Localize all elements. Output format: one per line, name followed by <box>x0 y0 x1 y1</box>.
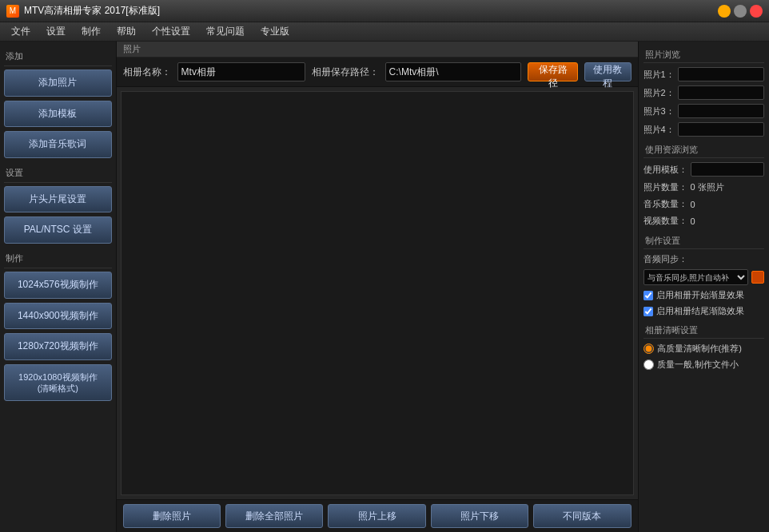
photo-3-input[interactable] <box>678 104 764 118</box>
photo-down-button[interactable]: 照片下移 <box>431 504 528 528</box>
photo-1-label: 照片1： <box>643 69 675 81</box>
radio-low-quality-row: 质量一般,制作文件小 <box>643 359 764 370</box>
produce-section-title: 制作 <box>4 248 112 268</box>
menu-bar: 文件设置制作帮助个性设置常见问题专业版 <box>0 22 769 42</box>
photo-1-input[interactable] <box>678 67 764 81</box>
music-count-value: 0 <box>691 200 695 209</box>
add-section-title: 添加 <box>4 46 112 66</box>
menu-item-制作[interactable]: 制作 <box>74 23 109 40</box>
photo-4-input[interactable] <box>678 122 764 137</box>
header-footer-button[interactable]: 片头片尾设置 <box>4 186 112 213</box>
delete-photo-button[interactable]: 删除照片 <box>123 504 221 528</box>
low-quality-radio[interactable] <box>643 359 654 370</box>
menu-item-专业版[interactable]: 专业版 <box>253 23 297 40</box>
audio-sync-dropdown[interactable]: 与音乐同步,照片自动补 <box>643 269 748 285</box>
window-controls <box>718 5 763 18</box>
maximize-button[interactable] <box>734 5 747 18</box>
audio-sync-value-row: 与音乐同步,照片自动补 <box>643 269 764 285</box>
center-content: 照片 相册名称： 相册保存路径： 保存路径 使用教程 删除照片 删除全部照片 照… <box>117 42 638 532</box>
different-version-button[interactable]: 不同版本 <box>533 504 631 528</box>
sidebar: 添加 添加照片 添加模板 添加音乐歌词 设置 片头片尾设置 PAL/NTSC 设… <box>0 42 117 532</box>
high-quality-radio[interactable] <box>643 343 654 354</box>
delete-all-photos-button[interactable]: 删除全部照片 <box>225 504 323 528</box>
music-count-row: 音乐数量： 0 <box>643 198 764 210</box>
photo-row-2: 照片2： <box>643 85 764 100</box>
use-template-input[interactable] <box>691 162 764 177</box>
audio-sync-label: 音频同步： <box>643 253 687 265</box>
app-title: MTV高清相册专家 2017[标准版] <box>24 4 718 18</box>
produce-1440-button[interactable]: 1440x900视频制作 <box>4 303 112 330</box>
menu-item-个性设置[interactable]: 个性设置 <box>144 23 198 40</box>
audio-sync-color-btn[interactable] <box>751 271 764 284</box>
app-icon: M <box>6 5 19 18</box>
produce-settings-title: 制作设置 <box>643 232 764 249</box>
checkbox-fade-out-row: 启用相册结尾渐隐效果 <box>643 305 764 317</box>
photo-4-label: 照片4： <box>643 124 675 136</box>
title-bar: M MTV高清相册专家 2017[标准版] <box>0 0 769 22</box>
checkbox-fade-in-row: 启用相册开始渐显效果 <box>643 289 764 301</box>
radio-high-quality-row: 高质量清晰制作(推荐) <box>643 343 764 354</box>
produce-1024-button[interactable]: 1024x576视频制作 <box>4 272 112 299</box>
add-music-button[interactable]: 添加音乐歌词 <box>4 131 112 158</box>
app-icon-text: M <box>10 6 16 15</box>
main-layout: 添加 添加照片 添加模板 添加音乐歌词 设置 片头片尾设置 PAL/NTSC 设… <box>0 42 769 532</box>
bottom-toolbar: 删除照片 删除全部照片 照片上移 照片下移 不同版本 <box>117 499 638 532</box>
photo-up-button[interactable]: 照片上移 <box>328 504 425 528</box>
right-panel: 照片浏览 照片1： 照片2： 照片3： 照片4： 使用资源浏览 使用模板： 照片… <box>638 42 769 532</box>
use-template-label: 使用模板： <box>643 164 687 176</box>
album-name-label: 相册名称： <box>123 66 171 79</box>
photo-count-label: 照片数量： <box>643 181 687 193</box>
photo-count-row: 照片数量： 0 张照片 <box>643 181 764 193</box>
produce-1920-button[interactable]: 1920x1080视频制作 (清晰格式) <box>4 364 112 402</box>
fade-in-label: 启用相册开始渐显效果 <box>656 289 744 301</box>
menu-item-设置[interactable]: 设置 <box>38 23 74 40</box>
video-count-label: 视频数量： <box>643 215 687 227</box>
close-button[interactable] <box>750 5 763 18</box>
menu-item-常见问题[interactable]: 常见问题 <box>198 23 253 40</box>
fade-in-checkbox[interactable] <box>643 291 653 300</box>
save-path-button[interactable]: 保存路径 <box>528 62 578 81</box>
album-name-input[interactable] <box>177 62 305 81</box>
album-info-bar: 相册名称： 相册保存路径： 保存路径 使用教程 <box>117 58 638 87</box>
album-path-label: 相册保存路径： <box>312 66 379 79</box>
photo-count-value: 0 张照片 <box>691 181 724 193</box>
center-top-section: 照片 <box>117 42 638 58</box>
produce-1280-button[interactable]: 1280x720视频制作 <box>4 333 112 360</box>
photo-area-label: 照片 <box>123 43 141 55</box>
music-count-label: 音乐数量： <box>643 198 687 210</box>
use-template-row: 使用模板： <box>643 162 764 177</box>
video-count-row: 视频数量： 0 <box>643 215 764 227</box>
photo-2-label: 照片2： <box>643 87 675 99</box>
audio-sync-row: 音频同步： <box>643 253 764 265</box>
photo-row-3: 照片3： <box>643 104 764 118</box>
photo-area <box>121 91 634 495</box>
photo-row-4: 照片4： <box>643 122 764 137</box>
album-path-input[interactable] <box>385 62 522 81</box>
low-quality-label: 质量一般,制作文件小 <box>657 359 739 370</box>
fade-out-label: 启用相册结尾渐隐效果 <box>656 305 744 317</box>
menu-item-文件[interactable]: 文件 <box>3 23 38 40</box>
pal-ntsc-button[interactable]: PAL/NTSC 设置 <box>4 216 112 244</box>
video-count-value: 0 <box>691 216 695 226</box>
photo-2-input[interactable] <box>678 85 764 100</box>
clarity-settings-title: 相册清晰设置 <box>643 321 764 339</box>
menu-item-帮助[interactable]: 帮助 <box>109 23 144 40</box>
high-quality-label: 高质量清晰制作(推荐) <box>657 343 742 354</box>
resource-browse-title: 使用资源浏览 <box>643 141 764 158</box>
fade-out-checkbox[interactable] <box>643 307 653 316</box>
photo-3-label: 照片3： <box>643 105 675 117</box>
use-tutorial-button[interactable]: 使用教程 <box>584 62 632 81</box>
settings-section-title: 设置 <box>4 162 112 183</box>
photo-row-1: 照片1： <box>643 67 764 81</box>
add-photo-button[interactable]: 添加照片 <box>4 69 112 97</box>
photo-browse-title: 照片浏览 <box>643 46 764 63</box>
minimize-button[interactable] <box>718 5 731 18</box>
add-template-button[interactable]: 添加模板 <box>4 101 112 128</box>
